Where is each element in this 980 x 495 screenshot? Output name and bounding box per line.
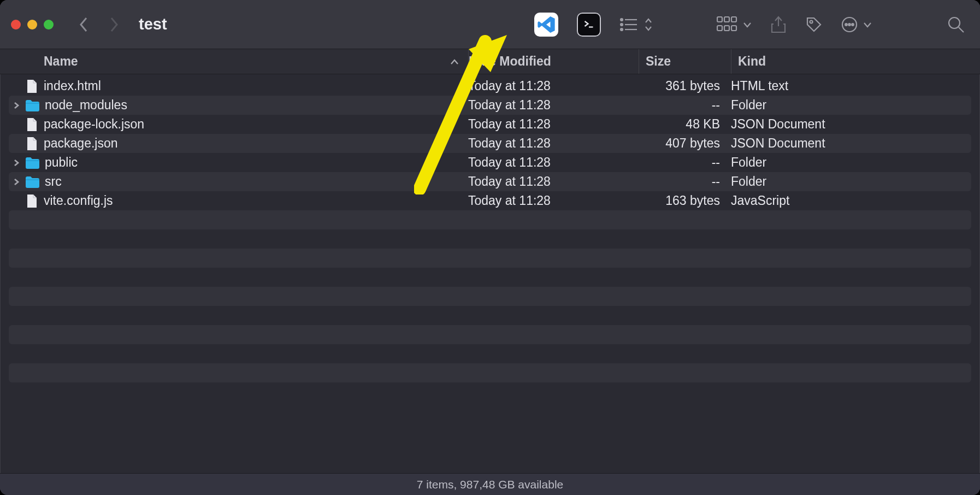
search-icon[interactable] xyxy=(947,16,965,33)
file-name: public xyxy=(44,155,78,170)
file-size: 407 bytes xyxy=(639,136,731,151)
file-kind: JSON Document xyxy=(731,136,971,151)
file-date: Today at 11:28 xyxy=(468,98,639,113)
sort-indicator-icon xyxy=(450,54,459,69)
svg-line-20 xyxy=(959,27,964,32)
column-header-kind-label: Kind xyxy=(738,54,766,69)
file-name: node_modules xyxy=(44,98,127,113)
file-list: index.htmlToday at 11:28361 bytesHTML te… xyxy=(0,74,980,473)
file-date: Today at 11:28 xyxy=(468,155,639,170)
more-icon[interactable] xyxy=(841,16,872,33)
file-row[interactable]: index.htmlToday at 11:28361 bytesHTML te… xyxy=(9,76,971,96)
file-size: 163 bytes xyxy=(639,193,731,208)
empty-row xyxy=(9,229,971,249)
empty-row xyxy=(9,249,971,268)
svg-point-17 xyxy=(848,23,851,26)
file-icon xyxy=(25,136,38,151)
file-kind: Folder xyxy=(731,98,971,113)
file-row[interactable]: node_modulesToday at 11:28--Folder xyxy=(9,96,971,115)
svg-rect-12 xyxy=(731,26,736,31)
status-bar: 7 items, 987,48 GB available xyxy=(0,473,980,495)
file-row[interactable]: package-lock.jsonToday at 11:2848 KBJSON… xyxy=(9,115,971,134)
file-icon xyxy=(25,117,38,132)
file-kind: Folder xyxy=(731,155,971,170)
file-size: -- xyxy=(639,98,731,113)
svg-rect-10 xyxy=(717,26,722,31)
tag-icon[interactable] xyxy=(805,16,823,33)
list-view-icon[interactable] xyxy=(619,17,652,32)
status-text: 7 items, 987,48 GB available xyxy=(417,478,564,491)
file-name: package.json xyxy=(43,136,118,151)
forward-button[interactable] xyxy=(103,14,125,36)
vscode-icon[interactable] xyxy=(534,13,558,37)
svg-point-3 xyxy=(621,23,623,26)
file-date: Today at 11:28 xyxy=(468,174,639,189)
empty-row xyxy=(9,268,971,287)
file-name: src xyxy=(44,174,62,189)
close-window-button[interactable] xyxy=(11,20,21,30)
folder-icon xyxy=(25,157,39,169)
minimize-window-button[interactable] xyxy=(27,20,37,30)
folder-icon xyxy=(25,176,39,188)
disclosure-triangle[interactable] xyxy=(12,102,21,109)
file-size: -- xyxy=(639,155,731,170)
svg-point-5 xyxy=(621,28,623,31)
column-header-size-label: Size xyxy=(646,54,671,69)
file-kind: HTML text xyxy=(731,79,971,93)
column-header-date[interactable]: Date Modified xyxy=(468,49,639,74)
empty-row xyxy=(9,325,971,344)
file-row[interactable]: package.jsonToday at 11:28407 bytesJSON … xyxy=(9,134,971,153)
empty-row xyxy=(9,344,971,363)
column-header-date-label: Date Modified xyxy=(469,54,551,69)
file-size: 48 KB xyxy=(639,117,731,132)
empty-row xyxy=(9,306,971,325)
file-size: -- xyxy=(639,174,731,189)
svg-rect-8 xyxy=(724,17,729,22)
zoom-window-button[interactable] xyxy=(44,20,54,30)
nav-buttons xyxy=(73,14,135,36)
group-by-icon[interactable] xyxy=(717,16,752,33)
column-header-row: Name Date Modified Size Kind xyxy=(0,49,980,74)
svg-point-14 xyxy=(810,20,813,23)
file-row[interactable]: publicToday at 11:28--Folder xyxy=(9,153,971,172)
file-name: package-lock.json xyxy=(43,117,144,132)
file-name: vite.config.js xyxy=(43,193,113,208)
file-row[interactable]: vite.config.jsToday at 11:28163 bytesJav… xyxy=(9,191,971,210)
file-date: Today at 11:28 xyxy=(468,117,639,132)
file-date: Today at 11:28 xyxy=(468,79,639,93)
column-header-size[interactable]: Size xyxy=(639,49,731,74)
terminal-icon[interactable] xyxy=(577,13,601,37)
file-date: Today at 11:28 xyxy=(468,136,639,151)
file-kind: JSON Document xyxy=(731,117,971,132)
file-name: index.html xyxy=(43,79,101,93)
disclosure-triangle[interactable] xyxy=(12,159,21,167)
empty-row xyxy=(9,210,971,229)
svg-rect-9 xyxy=(731,17,736,22)
folder-icon xyxy=(25,99,39,111)
file-date: Today at 11:28 xyxy=(468,193,639,208)
file-kind: JavaScript xyxy=(731,193,971,208)
folder-title: test xyxy=(139,15,167,33)
file-size: 361 bytes xyxy=(639,79,731,93)
disclosure-triangle[interactable] xyxy=(12,178,21,186)
empty-row xyxy=(9,382,971,402)
svg-rect-7 xyxy=(717,17,722,22)
window-controls xyxy=(11,20,70,30)
column-header-name[interactable]: Name xyxy=(0,54,468,69)
toolbar-right xyxy=(534,13,965,37)
svg-point-18 xyxy=(852,23,854,26)
svg-rect-11 xyxy=(724,26,729,31)
column-header-name-label: Name xyxy=(44,54,78,69)
file-icon xyxy=(25,79,38,94)
finder-window: test xyxy=(0,0,980,495)
toolbar: test xyxy=(0,0,980,49)
svg-point-19 xyxy=(949,17,960,28)
back-button[interactable] xyxy=(73,14,95,36)
file-row[interactable]: srcToday at 11:28--Folder xyxy=(9,172,971,191)
empty-row xyxy=(9,363,971,382)
empty-row xyxy=(9,287,971,306)
share-icon[interactable] xyxy=(770,15,787,34)
svg-point-1 xyxy=(621,19,623,21)
column-header-kind[interactable]: Kind xyxy=(731,49,980,74)
file-kind: Folder xyxy=(731,174,971,189)
